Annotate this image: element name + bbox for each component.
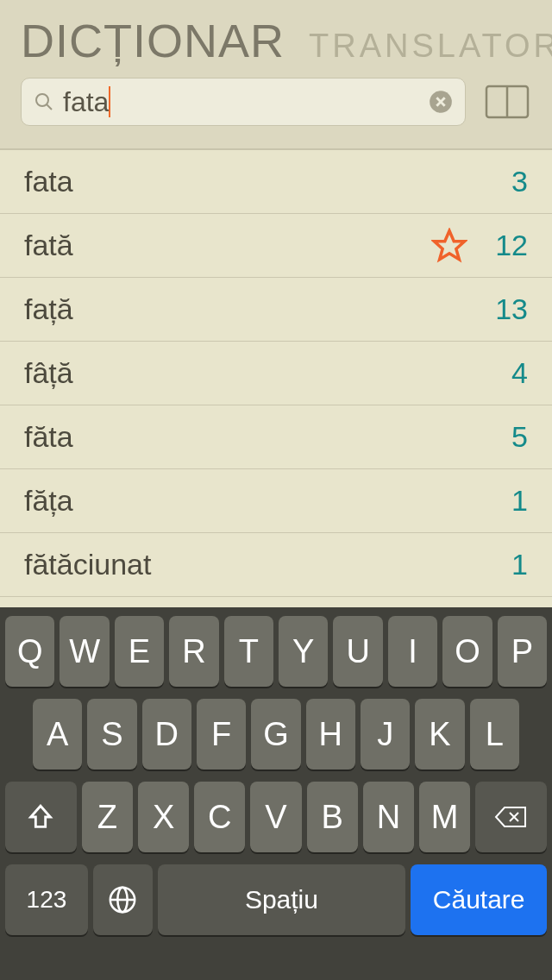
results-list: fata3fată12față13fâță4făta5făța1fătăciun… [0,150,552,607]
result-row[interactable]: fătăciunat1 [0,533,552,597]
header: DICȚIONAR TRANSLATOR fata [0,0,552,150]
key-w[interactable]: W [60,616,109,687]
key-d[interactable]: D [142,699,191,770]
key-s[interactable]: S [87,699,136,770]
key-t[interactable]: T [224,616,273,687]
search-box[interactable]: fata [21,78,466,126]
key-e[interactable]: E [115,616,164,687]
clear-button[interactable] [429,90,453,114]
result-count: 1 [493,484,528,518]
result-row[interactable]: făta5 [0,405,552,469]
key-j[interactable]: J [361,699,410,770]
key-c[interactable]: C [194,782,245,852]
key-g[interactable]: G [251,699,300,770]
svg-marker-5 [435,230,465,259]
svg-point-0 [36,94,48,106]
keyboard: QWERTYUIOP ASDFGHJKL ZXCVBNM 123SpațiuCă… [0,607,552,980]
key-u[interactable]: U [333,616,382,687]
result-row[interactable]: făța1 [0,469,552,533]
key-b[interactable]: B [307,782,358,852]
star-icon[interactable] [431,228,467,264]
result-count: 5 [493,420,528,454]
numbers-key[interactable]: 123 [5,864,88,935]
tab-translator[interactable]: TRANSLATOR [309,28,552,65]
key-z[interactable]: Z [82,782,133,852]
result-word: față [24,292,493,326]
search-icon [34,91,54,112]
key-h[interactable]: H [306,699,355,770]
svg-line-1 [47,104,52,110]
key-y[interactable]: Y [279,616,328,687]
key-r[interactable]: R [169,616,218,687]
key-l[interactable]: L [470,699,519,770]
space-key[interactable]: Spațiu [158,864,406,935]
result-word: fata [24,165,493,198]
result-row[interactable]: fata3 [0,150,552,214]
tab-dictionary[interactable]: DICȚIONAR [21,14,285,67]
key-a[interactable]: A [33,699,82,770]
key-m[interactable]: M [419,782,470,852]
bookmarks-button[interactable] [483,83,531,121]
result-row[interactable]: fată12 [0,214,552,278]
result-word: făța [24,484,493,518]
text-caret [109,86,110,117]
key-o[interactable]: O [442,616,492,687]
key-p[interactable]: P [498,616,547,687]
key-x[interactable]: X [138,782,189,852]
result-count: 12 [493,229,528,262]
result-count: 3 [493,165,528,198]
result-word: fată [24,229,431,262]
result-word: fătăciunat [24,548,493,581]
key-k[interactable]: K [415,699,464,770]
search-input-value[interactable]: fata [63,86,109,118]
key-q[interactable]: Q [5,616,54,687]
result-row[interactable]: fâță4 [0,342,552,405]
result-row[interactable]: față13 [0,278,552,342]
result-count: 1 [493,548,528,581]
key-f[interactable]: F [197,699,246,770]
globe-key[interactable] [93,864,153,935]
shift-key[interactable] [5,782,77,852]
result-word: fâță [24,356,493,390]
key-v[interactable]: V [250,782,301,852]
key-n[interactable]: N [363,782,414,852]
search-key[interactable]: Căutare [411,864,547,935]
result-count: 13 [493,292,528,326]
result-count: 4 [493,356,528,390]
key-i[interactable]: I [388,616,437,687]
result-word: făta [24,420,493,454]
backspace-key[interactable] [475,782,547,852]
